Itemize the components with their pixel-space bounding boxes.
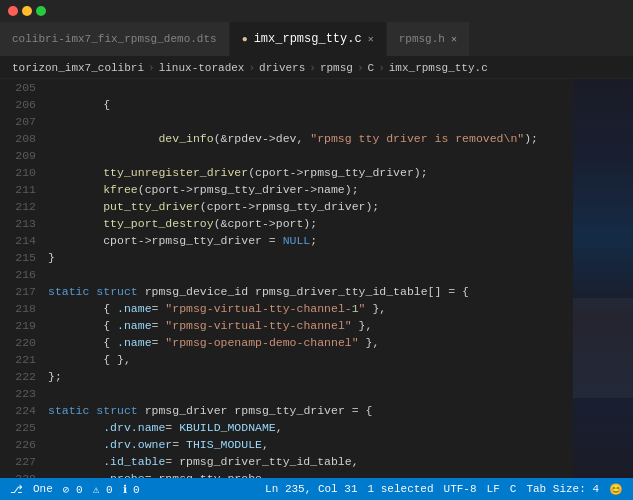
feedback-icon[interactable]: 😊 bbox=[609, 483, 623, 496]
code-line-205[interactable] bbox=[48, 79, 573, 96]
language-label[interactable]: C bbox=[510, 483, 517, 495]
code-line-221[interactable]: { }, bbox=[48, 351, 573, 368]
minimap[interactable] bbox=[573, 79, 633, 478]
code-line-226[interactable]: .drv.owner= THIS_MODULE, bbox=[48, 436, 573, 453]
code-line-213[interactable]: tty_port_destroy(&cport->port); bbox=[48, 215, 573, 232]
code-line-209[interactable] bbox=[48, 147, 573, 164]
code-line-222[interactable]: }; bbox=[48, 368, 573, 385]
code-line-215[interactable]: } bbox=[48, 249, 573, 266]
breadcrumb-part-3[interactable]: drivers bbox=[259, 62, 305, 74]
breadcrumb-sep-5: › bbox=[378, 62, 385, 74]
code-line-207[interactable] bbox=[48, 113, 573, 130]
breadcrumb-part-4[interactable]: rpmsg bbox=[320, 62, 353, 74]
code-content[interactable]: { dev_info(&rpdev->dev, "rpmsg tty drive… bbox=[44, 79, 573, 478]
breadcrumb-sep-3: › bbox=[309, 62, 316, 74]
code-line-206[interactable]: { bbox=[48, 96, 573, 113]
traffic-lights bbox=[8, 6, 46, 16]
breadcrumb-part-2[interactable]: linux-toradex bbox=[159, 62, 245, 74]
line-numbers: 2052062072082092102112122132142152162172… bbox=[0, 79, 44, 478]
code-line-218[interactable]: { .name= "rpmsg-virtual-tty-channel-1" }… bbox=[48, 300, 573, 317]
breadcrumb-sep-1: › bbox=[148, 62, 155, 74]
minimap-canvas bbox=[573, 79, 633, 478]
tab-tty[interactable]: ● imx_rpmsg_tty.c ✕ bbox=[230, 22, 387, 56]
breadcrumb-part-6[interactable]: imx_rpmsg_tty.c bbox=[389, 62, 488, 74]
minimap-highlight bbox=[573, 298, 633, 398]
code-line-227[interactable]: .id_table= rpmsg_driver_tty_id_table, bbox=[48, 453, 573, 470]
tab-dts[interactable]: colibri-imx7_fix_rpmsg_demo.dts bbox=[0, 22, 230, 56]
eol-label[interactable]: LF bbox=[487, 483, 500, 495]
tab-tty-icon: ● bbox=[242, 34, 248, 45]
maximize-traffic-light[interactable] bbox=[36, 6, 46, 16]
tab-h-label: rpmsg.h bbox=[399, 33, 445, 45]
tab-h-close[interactable]: ✕ bbox=[451, 33, 457, 45]
code-line-225[interactable]: .drv.name= KBUILD_MODNAME, bbox=[48, 419, 573, 436]
tab-tty-close[interactable]: ✕ bbox=[368, 33, 374, 45]
code-line-211[interactable]: kfree(cport->rpmsg_tty_driver->name); bbox=[48, 181, 573, 198]
code-line-212[interactable]: put_tty_driver(cport->rpmsg_tty_driver); bbox=[48, 198, 573, 215]
main-area: 2052062072082092102112122132142152162172… bbox=[0, 79, 633, 478]
code-line-214[interactable]: cport->rpmsg_tty_driver = NULL; bbox=[48, 232, 573, 249]
breadcrumb-sep-4: › bbox=[357, 62, 364, 74]
code-line-223[interactable] bbox=[48, 385, 573, 402]
breadcrumb: torizon_imx7_colibri › linux-toradex › d… bbox=[0, 57, 633, 79]
error-count[interactable]: ⊘ 0 bbox=[63, 483, 83, 496]
info-count[interactable]: ℹ 0 bbox=[123, 483, 140, 496]
code-line-217[interactable]: static struct rpmsg_device_id rpmsg_driv… bbox=[48, 283, 573, 300]
tab-bar: colibri-imx7_fix_rpmsg_demo.dts ● imx_rp… bbox=[0, 22, 633, 57]
status-bar: ⎇ One ⊘ 0 ⚠ 0 ℹ 0 Ln 235, Col 31 1 selec… bbox=[0, 478, 633, 500]
minimize-traffic-light[interactable] bbox=[22, 6, 32, 16]
tab-h[interactable]: rpmsg.h ✕ bbox=[387, 22, 470, 56]
tab-tty-label: imx_rpmsg_tty.c bbox=[254, 32, 362, 46]
status-right: Ln 235, Col 31 1 selected UTF-8 LF C Tab… bbox=[265, 483, 623, 496]
code-line-228[interactable]: .probe= rpmsg_tty_probe, bbox=[48, 470, 573, 478]
tab-dts-label: colibri-imx7_fix_rpmsg_demo.dts bbox=[12, 33, 217, 45]
close-traffic-light[interactable] bbox=[8, 6, 18, 16]
git-branch-label[interactable]: One bbox=[33, 483, 53, 495]
title-bar bbox=[0, 0, 633, 22]
code-line-210[interactable]: tty_unregister_driver(cport->rpmsg_tty_d… bbox=[48, 164, 573, 181]
breadcrumb-part-1[interactable]: torizon_imx7_colibri bbox=[12, 62, 144, 74]
status-left: ⎇ One ⊘ 0 ⚠ 0 ℹ 0 bbox=[10, 483, 140, 496]
selection-info[interactable]: 1 selected bbox=[368, 483, 434, 495]
code-line-219[interactable]: { .name= "rpmsg-virtual-tty-channel" }, bbox=[48, 317, 573, 334]
git-branch-icon: ⎇ bbox=[10, 483, 23, 496]
code-line-224[interactable]: static struct rpmsg_driver rpmsg_tty_dri… bbox=[48, 402, 573, 419]
cursor-position[interactable]: Ln 235, Col 31 bbox=[265, 483, 357, 495]
warning-count[interactable]: ⚠ 0 bbox=[93, 483, 113, 496]
code-line-220[interactable]: { .name= "rpmsg-openamp-demo-channel" }, bbox=[48, 334, 573, 351]
encoding-label[interactable]: UTF-8 bbox=[444, 483, 477, 495]
code-line-208[interactable]: dev_info(&rpdev->dev, "rpmsg tty driver … bbox=[48, 130, 573, 147]
breadcrumb-sep-2: › bbox=[248, 62, 255, 74]
tab-size-label[interactable]: Tab Size: 4 bbox=[526, 483, 599, 495]
editor-area[interactable]: 2052062072082092102112122132142152162172… bbox=[0, 79, 633, 478]
breadcrumb-part-5[interactable]: C bbox=[368, 62, 375, 74]
code-line-216[interactable] bbox=[48, 266, 573, 283]
